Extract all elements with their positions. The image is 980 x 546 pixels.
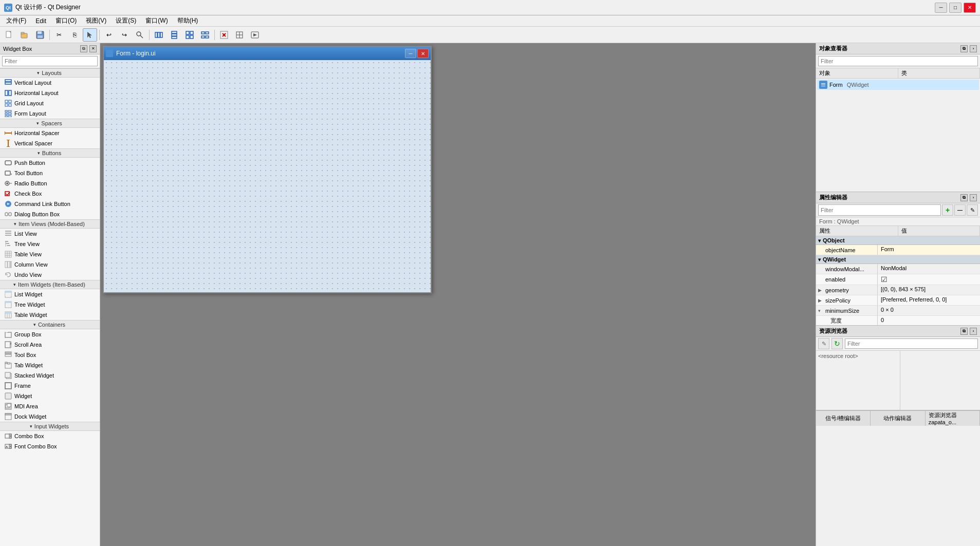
- menu-file[interactable]: 文件(F): [2, 15, 30, 26]
- minimize-button[interactable]: ─: [935, 3, 947, 13]
- resource-refresh-button[interactable]: ↻: [831, 338, 843, 349]
- prop-filter-input[interactable]: [818, 204, 941, 216]
- resource-float[interactable]: ⧉: [960, 328, 968, 335]
- widget-tree-widget[interactable]: Tree Widget: [0, 299, 100, 310]
- toolbar-cut[interactable]: ✂: [52, 28, 66, 42]
- toolbar-zoom[interactable]: [133, 28, 147, 42]
- toolbar-layout-v[interactable]: [167, 28, 181, 42]
- widget-tab-widget[interactable]: Tab Widget: [0, 360, 100, 370]
- widget-stacked-widget[interactable]: Stacked Widget: [0, 370, 100, 381]
- prop-edit-button[interactable]: ✎: [967, 204, 978, 216]
- toolbar-redo[interactable]: ↪: [117, 28, 132, 42]
- widget-form-layout[interactable]: Form Layout: [0, 108, 100, 119]
- widget-v-spacer[interactable]: Vertical Spacer: [0, 138, 100, 148]
- menu-help[interactable]: 帮助(H): [173, 15, 202, 26]
- widget-horizontal-layout[interactable]: Horizontal Layout: [0, 88, 100, 98]
- widget-grid-layout[interactable]: Grid Layout: [0, 98, 100, 108]
- toolbar-new[interactable]: [2, 28, 16, 42]
- prop-group-qobject[interactable]: ▾ QObject: [816, 236, 980, 245]
- toolbar-select[interactable]: [83, 28, 97, 42]
- widget-column-view[interactable]: Column View: [0, 259, 100, 270]
- toolbar-layout-h[interactable]: [152, 28, 166, 42]
- form-canvas[interactable]: [104, 60, 431, 292]
- prop-group-qwidget[interactable]: ▾ QWidget: [816, 255, 980, 264]
- toolbar-save[interactable]: [33, 28, 47, 42]
- resource-edit-button[interactable]: ✎: [818, 338, 829, 349]
- prop-row-minimumsize[interactable]: ▾ minimumSize 0 × 0: [816, 306, 980, 316]
- widget-undo-view[interactable]: Undo View: [0, 270, 100, 280]
- widget-dialog-button-box[interactable]: Dialog Button Box: [0, 209, 100, 219]
- prop-editor-float[interactable]: ⧉: [960, 194, 968, 201]
- widget-dock-widget[interactable]: Dock Widget: [0, 411, 100, 422]
- signal-slot-editor-tab[interactable]: 信号/槽编辑器: [816, 411, 871, 426]
- category-buttons[interactable]: ▾Buttons: [0, 148, 100, 158]
- prop-row-enabled[interactable]: enabled ☑: [816, 274, 980, 285]
- widget-table-widget[interactable]: Table Widget: [0, 310, 100, 320]
- widget-frame[interactable]: Frame: [0, 381, 100, 391]
- category-containers[interactable]: ▾Containers: [0, 320, 100, 329]
- widget-tool-box[interactable]: Tool Box: [0, 350, 100, 360]
- category-input-widgets[interactable]: ▾Input Widgets: [0, 422, 100, 431]
- widget-box-float[interactable]: ⧉: [80, 45, 87, 52]
- widget-combo-box[interactable]: Combo Box: [0, 431, 100, 441]
- prop-remove-button[interactable]: ─: [954, 204, 966, 216]
- widget-push-button[interactable]: Push Button: [0, 158, 100, 168]
- enabled-checkbox[interactable]: ☑: [881, 275, 887, 284]
- menu-settings[interactable]: 设置(S): [112, 15, 140, 26]
- prop-row-windowmodal[interactable]: windowModal... NonModal: [816, 264, 980, 274]
- resource-filter-input[interactable]: [845, 338, 978, 349]
- resource-browser-tab[interactable]: 资源浏览器 zapata_o...: [926, 411, 980, 426]
- obj-inspector-float[interactable]: ⧉: [960, 45, 968, 52]
- widget-check-box[interactable]: Check Box: [0, 189, 100, 199]
- obj-tree-item-form[interactable]: Form QWidget: [817, 80, 979, 90]
- prop-row-geometry[interactable]: ▶ geometry [(0, 0), 843 × 575]: [816, 285, 980, 295]
- widget-widget[interactable]: Widget: [0, 391, 100, 401]
- form-close-button[interactable]: ✕: [417, 49, 429, 58]
- toolbar-layout-f[interactable]: [198, 28, 212, 42]
- widget-list-view[interactable]: List View: [0, 229, 100, 239]
- menu-window2[interactable]: 窗口(W): [141, 15, 172, 26]
- menu-view[interactable]: 视图(V): [82, 15, 110, 26]
- widget-search-input[interactable]: [2, 56, 98, 66]
- widget-command-link[interactable]: Command Link Button: [0, 199, 100, 209]
- widget-h-spacer[interactable]: Horizontal Spacer: [0, 128, 100, 138]
- resource-close[interactable]: ›: [970, 328, 977, 335]
- toolbar-break-layout[interactable]: [217, 28, 231, 42]
- widget-mdi-area[interactable]: MDI Area: [0, 401, 100, 411]
- obj-inspector-close[interactable]: ›: [970, 45, 977, 52]
- category-layouts[interactable]: ▾Layouts: [0, 68, 100, 78]
- menu-window[interactable]: 窗口(O): [51, 15, 81, 26]
- widget-tree-view[interactable]: Tree View: [0, 239, 100, 249]
- resource-root-item[interactable]: <resource root>: [818, 353, 898, 359]
- toolbar-layout-g[interactable]: [182, 28, 197, 42]
- category-item-views[interactable]: ▾Item Views (Model-Based): [0, 219, 100, 229]
- category-item-widgets[interactable]: ▾Item Widgets (Item-Based): [0, 280, 100, 289]
- svg-rect-17: [190, 31, 193, 34]
- widget-tool-button[interactable]: Tool Button: [0, 168, 100, 178]
- menu-edit[interactable]: Edit: [31, 16, 50, 26]
- prop-row-width[interactable]: 宽度 0: [816, 316, 980, 325]
- toolbar-preview[interactable]: [248, 28, 262, 42]
- widget-vertical-layout[interactable]: Vertical Layout: [0, 78, 100, 88]
- prop-row-sizepolicy[interactable]: ▶ sizePolicy [Preferred, Preferred, 0, 0…: [816, 295, 980, 306]
- widget-radio-button[interactable]: Radio Button: [0, 178, 100, 189]
- form-minimize-button[interactable]: ─: [405, 49, 416, 58]
- prop-editor-close[interactable]: ›: [970, 194, 977, 201]
- widget-box-close[interactable]: ✕: [89, 45, 97, 52]
- widget-table-view[interactable]: Table View: [0, 249, 100, 259]
- toolbar-undo[interactable]: ↩: [102, 28, 116, 42]
- toolbar-adjust-size[interactable]: [232, 28, 247, 42]
- prop-add-button[interactable]: +: [942, 204, 953, 216]
- obj-inspector-filter-input[interactable]: [818, 56, 978, 66]
- close-button[interactable]: ✕: [964, 3, 976, 13]
- widget-scroll-area[interactable]: Scroll Area: [0, 340, 100, 350]
- maximize-button[interactable]: □: [949, 3, 961, 13]
- prop-row-objectname[interactable]: objectName Form: [816, 245, 980, 255]
- toolbar-copy[interactable]: ⎘: [67, 28, 82, 42]
- toolbar-open[interactable]: [17, 28, 32, 42]
- widget-group-box[interactable]: Title Group Box: [0, 329, 100, 340]
- widget-list-widget[interactable]: List Widget: [0, 289, 100, 299]
- widget-font-combo-box[interactable]: A Font Combo Box: [0, 441, 100, 451]
- category-spacers[interactable]: ▾Spacers: [0, 119, 100, 128]
- action-editor-tab[interactable]: 动作编辑器: [871, 411, 925, 426]
